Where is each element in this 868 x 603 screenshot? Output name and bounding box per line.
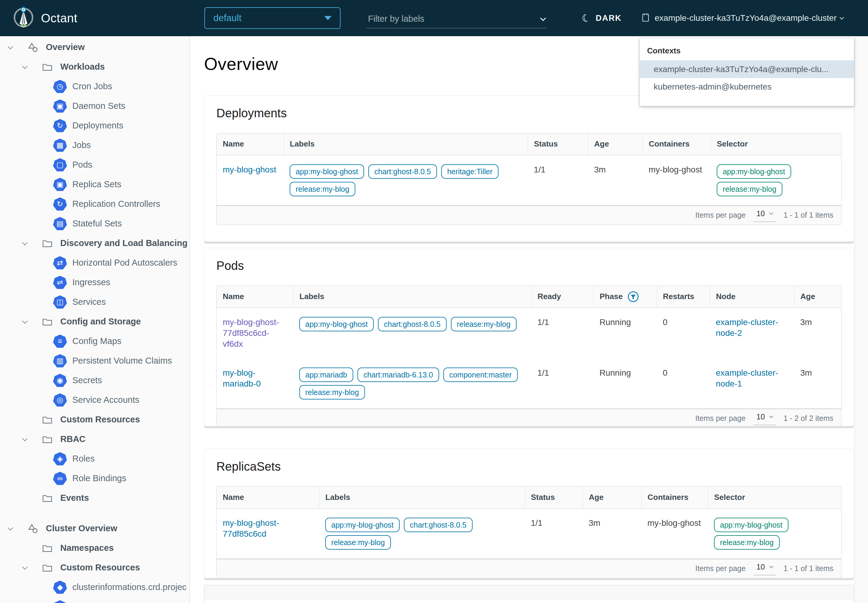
sidebar-gap xyxy=(0,508,190,519)
sidebar-item-cron-jobs[interactable]: ◷Cron Jobs xyxy=(0,77,190,96)
sidebar-item-service-accounts[interactable]: ◎Service Accounts xyxy=(0,390,190,410)
datagrid-footer: Items per page101 - 1 of 1 items xyxy=(217,205,841,225)
page-size-select[interactable]: 10 xyxy=(754,209,776,222)
context-menu-item[interactable]: example-cluster-ka3TuTzYo4a@example-clu.… xyxy=(640,60,854,78)
context-switcher-button[interactable]: example-cluster-ka3TuTzYo4a@example-clus… xyxy=(641,0,843,36)
column-header-label: Name xyxy=(223,493,244,502)
sidebar-item-replication-controllers[interactable]: ↻Replication Controllers xyxy=(0,194,190,214)
chevron-down-icon[interactable] xyxy=(8,525,13,530)
page-size-select[interactable]: 10 xyxy=(754,412,776,425)
tag-list: app:my-blog-ghostrelease:my-blog xyxy=(714,518,837,550)
sidebar-item-persistent-volume-claims[interactable]: ▥Persistent Volume Claims xyxy=(0,351,190,371)
table-cell: app:my-blog-ghostchart:ghost-8.0.5herita… xyxy=(284,155,528,205)
cronjob-icon: ◷ xyxy=(53,80,67,93)
resource-link[interactable]: my-blog-ghost-77df85c6cd xyxy=(223,518,279,538)
page-size-value: 10 xyxy=(757,209,765,218)
page-size-value: 10 xyxy=(757,413,765,421)
table-cell: 0 xyxy=(657,359,710,408)
sidebar-item-label: Deployments xyxy=(73,121,123,131)
chevron-down-icon[interactable] xyxy=(22,63,28,69)
sidebar-item-namespaces[interactable]: Namespaces xyxy=(0,538,190,558)
sidebar-item-pods[interactable]: ▢Pods xyxy=(0,155,190,175)
chevron-down-icon[interactable] xyxy=(8,44,13,49)
sidebar-item-clusterinformations-crd-projec[interactable]: ◆clusterinformations.crd.projec xyxy=(0,577,190,597)
sidebar-item-stateful-sets[interactable]: ▤Stateful Sets xyxy=(0,214,190,233)
folder-icon xyxy=(40,432,55,447)
section-title: Pods xyxy=(216,258,842,274)
sidebar-item-label: Cron Jobs xyxy=(73,81,112,91)
table-cell: app:mariadbchart:mariadb-6.13.0component… xyxy=(293,359,531,408)
resource-link[interactable]: example-cluster-node-2 xyxy=(716,317,778,338)
chevron-down-icon[interactable] xyxy=(22,318,28,323)
sidebar-item-label: RBAC xyxy=(60,434,86,444)
column-header-label: Labels xyxy=(326,493,350,502)
tag-list: app:my-blog-ghostrelease:my-blog xyxy=(717,164,837,196)
table-cell: Running xyxy=(593,359,657,408)
sidebar-item-custom-resources[interactable]: Custom Resources xyxy=(0,410,190,429)
replicaset-icon: ▣ xyxy=(53,178,67,191)
sidebar-item-jobs[interactable]: ▦Jobs xyxy=(0,135,190,155)
sidebar-item-secrets[interactable]: ◉Secrets xyxy=(0,371,190,390)
sidebar-item-config-maps[interactable]: ≡Config Maps xyxy=(0,331,190,351)
sidebar-item-label: Stateful Sets xyxy=(73,219,122,229)
chevron-down-icon[interactable] xyxy=(22,436,28,441)
section-card-replicasets: ReplicaSetsNameLabelsStatusAgeContainers… xyxy=(204,448,854,578)
cell-text: 1/1 xyxy=(537,317,587,328)
label-tag: component:master xyxy=(443,368,518,382)
context-menu-item[interactable]: kubernetes-admin@kubernetes xyxy=(640,78,854,96)
filter-icon[interactable] xyxy=(627,291,639,302)
cell-text: 0 xyxy=(663,317,704,328)
resource-link[interactable]: my-blog-mariadb-0 xyxy=(223,368,261,388)
table-row: my-blog-ghostapp:my-blog-ghostchart:ghos… xyxy=(217,155,842,205)
page-size-select[interactable]: 10 xyxy=(754,562,776,575)
sidebar-item-config-and-storage[interactable]: Config and Storage xyxy=(0,312,190,331)
header-row: NameLabelsReadyPhaseRestartsNodeAge xyxy=(217,286,842,308)
sidebar-item-events[interactable]: Events xyxy=(0,488,190,508)
sidebar-item-deployments[interactable]: ↻Deployments xyxy=(0,116,190,135)
sidebar-item-workloads[interactable]: Workloads xyxy=(0,57,190,77)
folder-icon xyxy=(40,491,55,505)
sidebar-item-label: csidrivers.csi.storage.k8s.io xyxy=(73,602,179,603)
secret-icon: ◉ xyxy=(53,374,67,387)
label-tag: release:my-blog xyxy=(451,317,517,331)
sidebar-item-custom-resources[interactable]: Custom Resources xyxy=(0,558,190,577)
column-header-label: Labels xyxy=(290,139,315,148)
resource-link[interactable]: example-cluster-node-1 xyxy=(716,368,778,388)
cluster-icon xyxy=(641,13,650,23)
column-header-label: Restarts xyxy=(663,292,694,301)
label-tag: app:my-blog-ghost xyxy=(290,164,364,179)
pod-icon: ▢ xyxy=(53,158,67,172)
sidebar-item-services[interactable]: ◫Services xyxy=(0,292,190,312)
sidebar-item-csidrivers-csi-storage-k8s-io[interactable]: ◆csidrivers.csi.storage.k8s.io xyxy=(0,597,190,603)
namespace-select[interactable]: default xyxy=(204,7,341,29)
table-cell: my-blog-ghost-77df85c6cd xyxy=(217,508,319,559)
filter-labels-input[interactable]: Filter by labels xyxy=(366,11,547,28)
context-label: example-cluster-ka3TuTzYo4a@example-clus… xyxy=(655,13,837,23)
sidebar-item-cluster-overview[interactable]: Cluster Overview xyxy=(0,519,190,538)
column-header-label: Selector xyxy=(717,139,748,148)
sidebar-item-roles[interactable]: ◈Roles xyxy=(0,449,190,468)
context-menu: Contexts example-cluster-ka3TuTzYo4a@exa… xyxy=(639,38,854,106)
sidebar-item-label: Jobs xyxy=(73,140,91,150)
sidebar-item-overview[interactable]: Overview xyxy=(0,37,190,57)
column-header-label: Containers xyxy=(649,139,690,148)
scrollbar-gutter[interactable] xyxy=(854,36,868,603)
items-per-page-label: Items per page xyxy=(695,564,746,573)
pagination-range: 1 - 2 of 2 items xyxy=(784,414,833,423)
app-brand[interactable]: Octant xyxy=(13,7,77,29)
column-header-label: Name xyxy=(223,292,244,301)
daemonset-icon: ▣ xyxy=(53,99,67,113)
sidebar-item-rbac[interactable]: RBAC xyxy=(0,429,190,449)
pvc-icon: ▥ xyxy=(53,354,67,368)
sidebar-item-ingresses[interactable]: ⇌Ingresses xyxy=(0,272,190,292)
resource-link[interactable]: my-blog-ghost xyxy=(223,165,276,174)
sidebar-item-replica-sets[interactable]: ▣Replica Sets xyxy=(0,175,190,194)
chevron-down-icon[interactable] xyxy=(22,564,28,569)
chevron-down-icon[interactable] xyxy=(22,240,28,245)
sidebar-item-daemon-sets[interactable]: ▣Daemon Sets xyxy=(0,96,190,116)
sidebar-item-horizontal-pod-autoscalers[interactable]: ⇄Horizontal Pod Autoscalers xyxy=(0,253,190,272)
theme-toggle-button[interactable]: ☾ DARK xyxy=(582,0,621,36)
sidebar-item-discovery-and-load-balancing[interactable]: Discovery and Load Balancing xyxy=(0,233,190,253)
resource-link[interactable]: my-blog-ghost-77df85c6cd-vf6dx xyxy=(223,317,279,348)
sidebar-item-role-bindings[interactable]: ∞Role Bindings xyxy=(0,468,190,488)
